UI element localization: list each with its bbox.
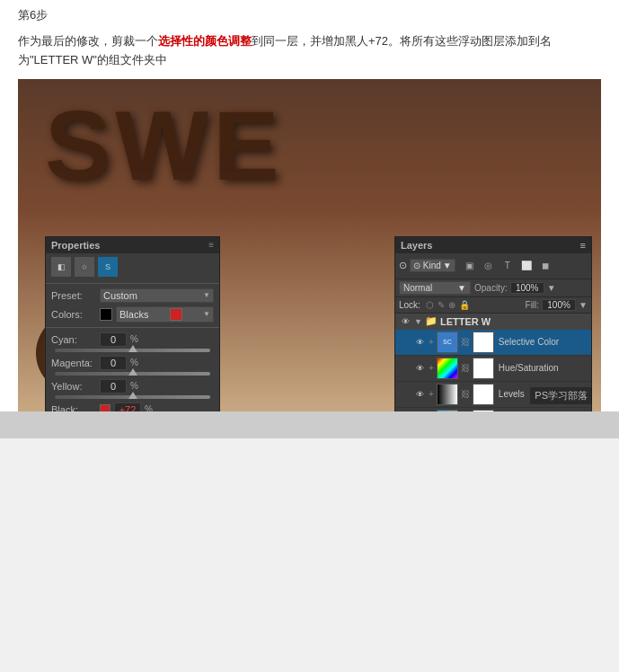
filter-smart-icon[interactable]: ◼ bbox=[537, 258, 553, 274]
black-red-swatch bbox=[100, 404, 111, 411]
selective-color-thumb: SC bbox=[437, 332, 458, 353]
blend-mode-value: Normal bbox=[403, 283, 432, 293]
preset-value: Custom bbox=[103, 290, 137, 301]
cyan-thumb bbox=[128, 345, 137, 352]
step-number: 第6步 bbox=[18, 8, 48, 22]
panel-icon-row: ◧ ○ S bbox=[46, 253, 219, 280]
panel-icon-circle[interactable]: ○ bbox=[75, 257, 94, 277]
hue-sat-thumb bbox=[437, 358, 458, 379]
lock-row: Lock: ⬡ ✎ ⊕ 🔒 Fill: 100% ▼ bbox=[395, 297, 591, 314]
layer-eye-icon-0[interactable]: 👁 bbox=[413, 336, 426, 349]
highlight-text: 选择性的颜色调整 bbox=[158, 34, 252, 48]
step-header: 第6步 bbox=[0, 0, 619, 27]
blend-mode-dropdown[interactable]: Normal ▼ bbox=[399, 281, 471, 295]
chain-icon-2: + bbox=[429, 389, 434, 399]
cyan-value[interactable]: 0 bbox=[100, 332, 127, 347]
layers-title: Layers bbox=[401, 240, 432, 251]
layer-eye-icon-1[interactable]: 👁 bbox=[413, 362, 426, 375]
fill-value[interactable]: 100% bbox=[542, 299, 576, 311]
lock-move-icon[interactable]: ⊕ bbox=[448, 300, 455, 310]
desc-text-1: 作为最后的修改，剪裁一个 bbox=[18, 34, 158, 48]
layer-color-balance[interactable]: 👁 + ⛓ Color Balance bbox=[395, 408, 591, 411]
layer-selective-color[interactable]: 👁 + SC ⛓ Selective Color bbox=[395, 330, 591, 356]
layer-eye-icon-2[interactable]: 👁 bbox=[413, 388, 426, 401]
opacity-label: Opacity: bbox=[474, 283, 508, 293]
fill-arrow-icon: ▼ bbox=[579, 300, 588, 310]
preset-arrow-icon: ▼ bbox=[203, 291, 210, 299]
cyan-percent: % bbox=[130, 334, 138, 344]
lock-all-icon[interactable]: 🔒 bbox=[459, 300, 470, 310]
chain-icon-1: + bbox=[429, 363, 434, 373]
layer-name-0: Selective Color bbox=[499, 337, 559, 347]
layers-title-bar: Layers ≡ bbox=[395, 237, 591, 253]
colors-label: Colors: bbox=[51, 309, 96, 320]
color-swatch-black[interactable] bbox=[100, 308, 112, 321]
layer-hue-saturation[interactable]: 👁 + ⛓ Hue/Saturation bbox=[395, 356, 591, 382]
filter-type-icon[interactable]: T bbox=[500, 258, 516, 274]
layer-name-1: Hue/Saturation bbox=[499, 363, 559, 373]
fill-row: Fill: 100% ▼ bbox=[526, 299, 588, 311]
page-wrapper: 第6步 作为最后的修改，剪裁一个选择性的颜色调整到同一层，并增加黑人+72。将所… bbox=[0, 0, 619, 438]
panel-icon-label: S bbox=[105, 262, 111, 271]
yellow-slider[interactable] bbox=[55, 395, 210, 399]
levels-thumb bbox=[437, 384, 458, 405]
layer-name-2: Levels bbox=[499, 389, 525, 399]
black-percent: % bbox=[145, 404, 153, 411]
properties-panel: Properties ≡ ◧ ○ S Preset: Custom ▼ bbox=[45, 236, 220, 411]
description: 作为最后的修改，剪裁一个选择性的颜色调整到同一层，并增加黑人+72。将所有这些浮… bbox=[0, 27, 619, 79]
yellow-value[interactable]: 0 bbox=[100, 379, 127, 393]
layers-panel: Layers ≡ ⊙ ⊙ Kind ▼ ▣ ◎ T ⬜ ◼ bbox=[394, 236, 592, 411]
group-name: LETTER W bbox=[440, 316, 491, 327]
group-eye-icon[interactable]: 👁 bbox=[399, 315, 411, 328]
color-swatch-red bbox=[170, 308, 182, 321]
filter-pixel-icon[interactable]: ▣ bbox=[462, 258, 478, 274]
layer-filter-icons: ▣ ◎ T ⬜ ◼ bbox=[458, 256, 557, 276]
selective-color-mask bbox=[473, 332, 494, 353]
magenta-slider[interactable] bbox=[55, 372, 210, 376]
group-arrow-icon: ▼ bbox=[414, 317, 422, 326]
cyan-slider[interactable] bbox=[55, 349, 210, 352]
colors-row: Colors: Blacks ▼ bbox=[46, 305, 219, 324]
hue-sat-mask bbox=[473, 358, 494, 379]
chocolate-letters: SWE bbox=[18, 88, 601, 202]
magenta-value[interactable]: 0 bbox=[100, 356, 127, 370]
kind-label: ⊙ Kind bbox=[413, 261, 441, 270]
properties-title-bar: Properties ≡ bbox=[46, 237, 219, 253]
panel-icon-active[interactable]: S bbox=[98, 257, 118, 277]
filter-adjust-icon[interactable]: ◎ bbox=[481, 258, 497, 274]
levels-mask bbox=[473, 384, 494, 405]
colors-dropdown[interactable]: Blacks ▼ bbox=[116, 306, 214, 323]
preset-label: Preset: bbox=[51, 290, 96, 301]
panel-icon-inactive[interactable]: ◧ bbox=[51, 257, 71, 277]
opacity-value[interactable]: 100% bbox=[510, 282, 544, 294]
image-area: SWE Properties ≡ ◧ ○ S Preset: Custom bbox=[18, 79, 601, 411]
lock-label: Lock: bbox=[399, 300, 420, 310]
layers-search-row: ⊙ ⊙ Kind ▼ ▣ ◎ T ⬜ ◼ bbox=[395, 253, 591, 279]
lock-transparent-icon[interactable]: ⬡ bbox=[426, 300, 434, 310]
layers-collapse-icon[interactable]: ≡ bbox=[580, 240, 586, 251]
preset-row: Preset: Custom ▼ bbox=[46, 287, 219, 305]
magenta-percent: % bbox=[130, 358, 138, 367]
properties-collapse-icon[interactable]: ≡ bbox=[208, 240, 214, 250]
filter-shape-icon[interactable]: ⬜ bbox=[518, 258, 535, 274]
blend-arrow-icon: ▼ bbox=[457, 283, 466, 293]
color-balance-thumb bbox=[437, 410, 458, 411]
yellow-label: Yellow: bbox=[51, 381, 96, 392]
magenta-thumb bbox=[128, 368, 137, 376]
black-row: Black: +72 % bbox=[46, 401, 219, 411]
color-balance-mask bbox=[473, 410, 494, 411]
preset-dropdown[interactable]: Custom ▼ bbox=[100, 288, 214, 303]
lock-paint-icon[interactable]: ✎ bbox=[438, 300, 445, 310]
kind-dropdown[interactable]: ⊙ Kind ▼ bbox=[410, 259, 455, 272]
chain-link-0: ⛓ bbox=[461, 337, 470, 347]
black-value[interactable]: +72 bbox=[114, 402, 141, 411]
yellow-percent: % bbox=[130, 381, 138, 391]
layer-group-header[interactable]: 👁 ▼ 📁 LETTER W bbox=[395, 314, 591, 330]
search-icon: ⊙ bbox=[399, 260, 407, 271]
chain-icon-0: + bbox=[429, 337, 434, 347]
lock-icons: ⬡ ✎ ⊕ 🔒 bbox=[426, 300, 470, 310]
bottom-bar bbox=[0, 411, 619, 438]
fill-label: Fill: bbox=[526, 300, 540, 310]
colors-value: Blacks bbox=[119, 309, 148, 320]
watermark: PS学习部落 bbox=[530, 387, 592, 404]
